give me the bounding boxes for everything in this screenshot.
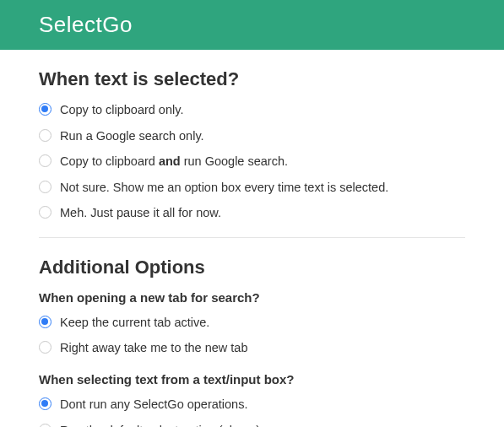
option-google-search[interactable]: Run a Google search only. [39, 128, 465, 145]
option-go-to-new-tab[interactable]: Right away take me to the new tab [39, 340, 465, 357]
radio-label: Right away take me to the new tab [60, 340, 247, 357]
option-dont-run[interactable]: Dont run any SelectGo operations. [39, 397, 465, 413]
radio-icon [39, 154, 51, 167]
option-copy-and-search[interactable]: Copy to clipboard and run Google search. [39, 154, 465, 170]
settings-content: When text is selected? Copy to clipboard… [0, 50, 504, 427]
radio-label: Run the default select option (above). [60, 423, 263, 428]
radio-icon [39, 206, 51, 219]
radio-group-selected: Copy to clipboard only. Run a Google sea… [39, 102, 465, 222]
radio-icon [39, 129, 51, 142]
section-divider [39, 237, 465, 238]
radio-label: Keep the current tab active. [60, 315, 209, 332]
option-copy-clipboard[interactable]: Copy to clipboard only. [39, 102, 465, 119]
radio-label: Meh. Just pause it all for now. [60, 205, 221, 222]
option-keep-current-tab[interactable]: Keep the current tab active. [39, 315, 465, 332]
radio-icon [39, 397, 51, 410]
radio-icon [39, 341, 51, 354]
radio-group-newtab: Keep the current tab active. Right away … [39, 315, 465, 357]
section-heading-selected: When text is selected? [39, 68, 465, 90]
subsection-heading-inputbox: When selecting text from a text/input bo… [39, 372, 465, 386]
radio-label: Copy to clipboard and run Google search. [60, 154, 288, 170]
subsection-heading-newtab: When opening a new tab for search? [39, 290, 465, 305]
radio-icon [39, 103, 51, 116]
app-title: SelectGo [39, 12, 465, 38]
radio-icon [39, 181, 51, 193]
option-pause[interactable]: Meh. Just pause it all for now. [39, 205, 465, 222]
radio-label: Not sure. Show me an option box every ti… [60, 180, 388, 197]
radio-icon [39, 316, 51, 328]
option-run-default[interactable]: Run the default select option (above). [39, 423, 465, 428]
radio-label: Copy to clipboard only. [60, 102, 183, 119]
radio-icon [39, 424, 51, 428]
app-header: SelectGo [0, 0, 504, 50]
radio-label: Run a Google search only. [60, 128, 204, 145]
radio-label: Dont run any SelectGo operations. [60, 397, 247, 413]
section-heading-additional: Additional Options [39, 257, 465, 278]
option-show-box[interactable]: Not sure. Show me an option box every ti… [39, 180, 465, 197]
radio-group-inputbox: Dont run any SelectGo operations. Run th… [39, 397, 465, 427]
